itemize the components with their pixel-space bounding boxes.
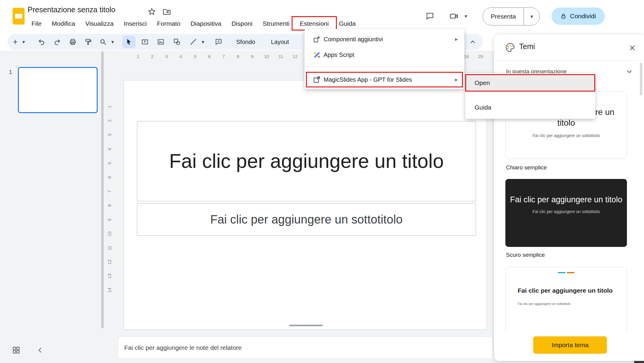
chevron-down-icon: ▾ — [111, 40, 114, 45]
theme-card-title: Fai clic per aggiungere un titolo — [518, 286, 615, 295]
menu-file[interactable]: File — [26, 18, 47, 29]
subtitle-placeholder-text: Fai clic per aggiungere un sottotitolo — [210, 213, 403, 226]
slide-canvas[interactable]: Fai clic per aggiungere un titolo Fai cl… — [124, 80, 487, 329]
slides-logo[interactable] — [13, 8, 25, 25]
panel-scrollbar[interactable] — [640, 63, 642, 95]
insert-shape-button[interactable] — [172, 37, 182, 47]
subtitle-placeholder-box[interactable]: Fai clic per aggiungere un sottotitolo — [137, 203, 476, 236]
insert-image-button[interactable] — [155, 37, 166, 47]
star-button[interactable] — [147, 7, 157, 17]
new-slide-dropdown[interactable]: ▾ — [21, 37, 27, 47]
import-theme-button[interactable]: Importa tema — [533, 336, 607, 354]
menu-estensioni[interactable]: Estensioni — [295, 18, 334, 29]
comments-button[interactable] — [424, 10, 436, 22]
zoom-button[interactable] — [98, 37, 108, 47]
vertical-ruler: 1234567891011121314 — [106, 100, 113, 297]
meeting-dropdown[interactable]: ▾ — [462, 10, 469, 22]
collapse-toolbar-button[interactable] — [467, 37, 478, 47]
menu-item-label: Apps Script — [324, 51, 458, 58]
menu-visualizza[interactable]: Visualizza — [80, 18, 119, 29]
add-ons-icon — [312, 35, 321, 43]
layout-button[interactable]: Layout — [267, 36, 293, 48]
close-panel-button[interactable] — [627, 43, 637, 53]
present-button[interactable]: Presenta — [483, 13, 524, 20]
new-slide-button[interactable]: + — [10, 37, 21, 47]
submenu-item-guida[interactable]: Guida — [465, 99, 595, 116]
menu-strumenti[interactable]: Strumenti — [257, 18, 295, 29]
select-tool-button[interactable] — [122, 36, 136, 48]
title-placeholder-box[interactable]: Fai clic per aggiungere un titolo — [137, 121, 476, 201]
print-button[interactable] — [67, 37, 78, 47]
insert-line-button[interactable] — [188, 37, 199, 47]
share-button[interactable]: Condividi — [551, 7, 605, 25]
present-to-meeting-button[interactable] — [448, 10, 460, 22]
menu-separator — [304, 66, 464, 66]
print-icon — [69, 38, 77, 46]
menu-disponi[interactable]: Disponi — [226, 18, 257, 29]
ruler-number: 25 — [474, 53, 488, 60]
ruler-number: 7 — [216, 53, 231, 60]
chevron-down-icon: ▾ — [202, 40, 204, 45]
menu-item-magicslides[interactable]: MagicSlides App - GPT for Slides ▸ — [306, 72, 463, 87]
slides-logo-inner — [15, 14, 22, 19]
apps-script-icon — [312, 51, 321, 59]
ruler-number: 1 — [102, 103, 116, 111]
ruler-number: 6 — [102, 174, 116, 181]
close-icon — [628, 44, 636, 52]
line-icon — [190, 38, 197, 46]
text-box-button[interactable] — [140, 37, 150, 47]
themes-panel-title: Temi — [519, 42, 535, 51]
theme-card-scuro-semplice[interactable]: Fai clic per aggiungere un titolo Fai cl… — [505, 179, 627, 247]
canvas-scroll-handle[interactable] — [289, 325, 323, 326]
line-dropdown[interactable]: ▾ — [200, 37, 206, 47]
ruler-number: 3 — [102, 131, 116, 139]
menu-formato[interactable]: Formato — [152, 18, 185, 29]
background-button[interactable]: Sfondo — [233, 36, 259, 48]
ruler-number: 12 — [102, 258, 116, 266]
chevron-down-icon: ▾ — [22, 40, 25, 45]
ruler-number: 4 — [102, 145, 116, 153]
ruler-number: 9 — [245, 53, 260, 60]
ruler-number: 3 — [159, 53, 174, 60]
image-icon — [157, 38, 165, 46]
menu-item-componenti-aggiuntivi[interactable]: Componenti aggiuntivi ▸ — [304, 31, 464, 47]
menu-diapositiva[interactable]: Diapositiva — [185, 18, 226, 29]
zoom-dropdown[interactable]: ▾ — [110, 37, 116, 47]
menu-item-apps-script[interactable]: Apps Script — [304, 47, 464, 63]
submenu-arrow-icon: ▸ — [455, 36, 458, 42]
menu-item-label: MagicSlides App - GPT for Slides — [324, 76, 455, 83]
insert-comment-button[interactable] — [213, 37, 224, 47]
speaker-notes[interactable]: Fai clic per aggiungere le note del rela… — [118, 336, 493, 359]
ruler-number: 2 — [145, 53, 160, 60]
chevron-up-icon — [469, 38, 477, 46]
slide-thumbnail[interactable] — [18, 67, 98, 113]
star-icon — [147, 7, 156, 16]
document-title[interactable]: Presentazione senza titolo — [28, 5, 115, 14]
menu-inserisci[interactable]: Inserisci — [119, 18, 152, 29]
menu-modifica[interactable]: Modifica — [47, 18, 80, 29]
ruler-number: 8 — [102, 202, 116, 209]
ruler-number: 7 — [102, 188, 116, 195]
redo-button[interactable] — [52, 37, 63, 47]
grid-view-button[interactable] — [10, 344, 23, 357]
menu-estensioni-label: Estensioni — [300, 20, 329, 27]
present-dropdown[interactable]: ▾ — [524, 8, 540, 25]
ruler-number: 5 — [102, 159, 116, 167]
theme-card-third[interactable]: Fai clic per aggiungere un titolo Fai cl… — [505, 267, 627, 339]
themes-panel-header: Temi — [494, 34, 644, 61]
submenu-item-open[interactable]: Open — [465, 74, 595, 92]
move-button[interactable] — [162, 7, 172, 17]
ruler-number: 14 — [102, 286, 116, 294]
themes-panel-footer: Importa tema — [494, 332, 644, 361]
palette-icon — [505, 42, 516, 53]
chevron-down-icon — [625, 68, 633, 75]
ruler-number: 6 — [202, 53, 216, 60]
undo-button[interactable] — [36, 37, 47, 47]
ruler-number: 10 — [102, 230, 116, 238]
paint-roller-icon — [84, 38, 92, 46]
undo-icon — [38, 38, 46, 46]
magicslides-addon-icon — [312, 75, 321, 84]
paint-format-button[interactable] — [83, 37, 94, 47]
collapse-filmstrip-button[interactable] — [34, 344, 47, 357]
menu-guida[interactable]: Guida — [334, 18, 361, 29]
